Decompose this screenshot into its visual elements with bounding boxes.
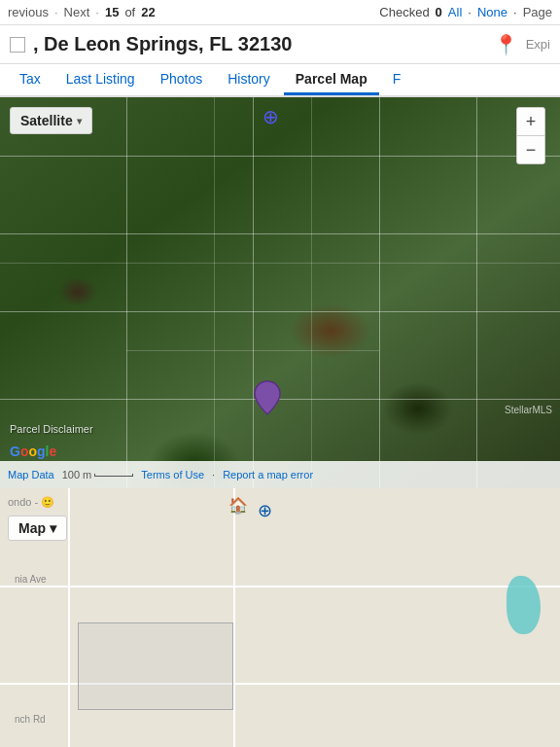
road-v1 [68,488,70,747]
zoom-in-button[interactable]: + [517,108,544,135]
tab-f[interactable]: F [381,65,413,95]
checked-label: Checked [379,5,429,19]
separator-1: · [54,5,58,19]
property-address: , De Leon Springs, FL 32130 [33,33,486,55]
page-current: 15 [105,5,119,19]
road-h1 [0,586,560,587]
separator-2: · [95,5,99,19]
tab-parcel-map[interactable]: Parcel Map [284,65,379,95]
tab-last-listing[interactable]: Last Listing [54,65,147,95]
bottom-chevron-down-icon: ▾ [50,520,56,536]
scale-bar: 100 m [62,469,134,480]
separator-map: · [212,469,215,480]
next-link[interactable]: Next [64,5,90,19]
report-map-error-link[interactable]: Report a map error [223,469,313,480]
grid-h6 [126,350,379,351]
tab-tax[interactable]: Tax [8,65,52,95]
marker-pin-svg [253,379,282,416]
map-type-button[interactable]: Satellite ▾ [10,107,92,134]
bottom-crosshair-icon[interactable]: ⊕ [258,500,272,521]
page-link[interactable]: Page [523,5,552,19]
property-checkbox[interactable] [10,37,25,53]
property-pin-icon: 📍 [494,33,518,56]
scale-label: 100 m [62,469,92,480]
map-type-label: Satellite [20,113,73,128]
bottom-map-type-button[interactable]: Map ▾ [8,516,67,541]
home-icon: 🏠 [228,496,248,515]
grid-h5 [0,263,560,264]
bottom-map-type-label: Map [18,520,46,536]
crosshair-icon[interactable]: ⊕ [262,105,279,128]
grid-v4 [476,97,477,488]
page-total: 22 [141,5,155,19]
map-data-link[interactable]: Map Data [8,469,54,480]
tab-photos[interactable]: Photos [149,65,215,95]
inch-rd-label: nch Rd [15,714,46,725]
scale-line [94,474,133,477]
zoom-controls: + − [516,107,545,164]
grid-v1 [126,97,127,488]
nia-ave-label: nia Ave [15,574,47,585]
top-navigation: revious · Next · 15 of 22 Checked 0 All … [0,0,560,25]
tab-bar: Tax Last Listing Photos History Parcel M… [0,64,560,97]
parcel-disclaimer: Parcel Disclaimer [10,423,93,435]
terms-of-use-link[interactable]: Terms of Use [141,469,204,480]
google-logo: Google [10,444,56,459]
gray-parcel-block [78,622,233,710]
map-footer: Google Map Data 100 m Terms of Use · Rep… [0,461,560,488]
tab-history[interactable]: History [216,65,282,95]
ondo-label: ondo - 🙂 [8,496,54,509]
bottom-map: ondo - 🙂 🏠 ⊕ Map ▾ nia Ave nch Rd [0,488,560,747]
zoom-out-button[interactable]: − [517,136,544,163]
right-links: Checked 0 All · None · Page [371,5,552,19]
road-v2 [233,488,235,747]
none-link[interactable]: None [477,5,508,19]
separator-4: · [513,5,517,19]
satellite-map: Satellite ▾ ⊕ + − Parcel Disclaimer Stel… [0,97,560,488]
grid-v3 [379,97,380,488]
stella-watermark: StellarMLS [505,405,552,415]
chevron-down-icon: ▾ [77,116,82,126]
grid-v5 [311,97,312,488]
separator-3: · [468,5,472,19]
previous-link[interactable]: revious [8,5,49,19]
grid-v6 [214,97,215,488]
grid-v2 [253,97,254,488]
all-link[interactable]: All [448,5,462,19]
property-header: , De Leon Springs, FL 32130 📍 Expi [0,25,560,64]
expiry-label: Expi [526,37,550,52]
of-label: of [124,5,135,19]
property-marker[interactable] [253,379,282,420]
checked-count: 0 [436,5,442,19]
